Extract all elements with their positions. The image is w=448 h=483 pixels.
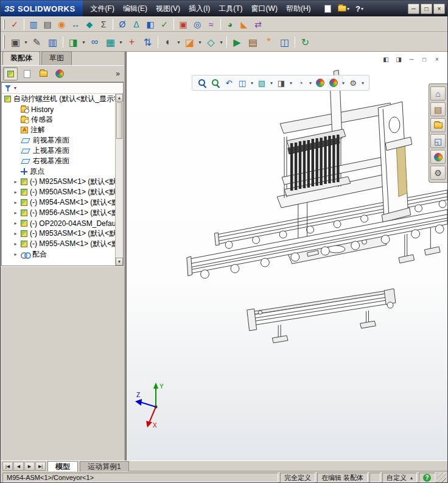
design-library-button[interactable]: ▤ <box>430 102 446 116</box>
edit-appearance-button[interactable] <box>314 77 326 89</box>
expand-arrow-icon[interactable]: ▸ <box>13 231 18 236</box>
expand-arrow-icon[interactable]: ▸ <box>13 179 18 185</box>
display-style-dropdown-icon[interactable]: ▾ <box>289 80 293 86</box>
tree-item-component[interactable]: ▸ (-) M954-ASM<1> (默认<默认_ <box>2 197 115 208</box>
linear-pattern-dropdown-icon[interactable]: ▾ <box>118 40 124 45</box>
section-view-dropdown-icon[interactable]: ▾ <box>250 80 254 86</box>
sketch-icon[interactable]: ✎ <box>29 34 44 50</box>
menu-edit[interactable]: 编辑(E) <box>119 1 152 16</box>
note-icon[interactable]: ▤ <box>41 18 54 31</box>
model-3d-view[interactable] <box>127 52 447 460</box>
smart-dimension-icon[interactable]: ↔ <box>69 18 82 31</box>
view-palette-button[interactable]: ◱ <box>430 134 446 148</box>
motion-study-icon[interactable]: ▶ <box>229 34 245 50</box>
insert-component-dropdown-icon[interactable]: ▾ <box>81 40 86 45</box>
deviation-analysis-icon[interactable]: ≈ <box>205 18 218 31</box>
doc-minimize-icon[interactable]: ─ <box>407 55 416 63</box>
move-component-icon[interactable]: ⇅ <box>140 34 155 50</box>
rebuild-icon[interactable]: ↻ <box>298 34 313 50</box>
view-orientation-dropdown-icon[interactable]: ▾ <box>269 80 274 86</box>
spellcheck-icon[interactable]: ✓ <box>8 18 21 31</box>
view-settings-dropdown-icon[interactable]: ▾ <box>360 80 365 86</box>
tab-sketch[interactable]: 草图 <box>41 51 72 65</box>
tree-item-history[interactable]: History <box>2 104 115 115</box>
exploded-view-icon[interactable]: * <box>261 34 276 50</box>
tab-scroll-prev-button[interactable]: ◀ <box>13 462 24 471</box>
smart-fasteners-icon[interactable]: + <box>124 34 139 50</box>
assembly-features-dropdown-icon[interactable]: ▾ <box>197 40 203 45</box>
insert-component-icon[interactable]: ◨ <box>66 34 81 50</box>
tree-item-right-plane[interactable]: 右视基准面 <box>2 156 115 166</box>
section-view-button[interactable]: ◫ <box>236 77 248 89</box>
apply-scene-button[interactable] <box>327 77 340 89</box>
tab-scroll-last-button[interactable]: ▶| <box>35 462 46 471</box>
curvature-icon[interactable]: ◕ <box>223 18 237 31</box>
help-dropdown-icon[interactable]: ▾ <box>361 6 363 12</box>
filter-dropdown-icon[interactable]: ▾ <box>14 85 16 91</box>
tree-item-component[interactable]: ▸ (-) M925ASM<1> (默认<默认_显 <box>2 177 115 187</box>
open-dropdown-icon[interactable]: ▾ <box>347 6 349 12</box>
tree-item-mates[interactable]: ▸ 配合 <box>2 249 115 259</box>
view-orientation-button[interactable]: ▧ <box>256 77 268 89</box>
help-button[interactable]: ?▾ <box>353 2 366 15</box>
expand-arrow-icon[interactable]: ▸ <box>13 252 18 257</box>
tree-item-sensors[interactable]: 传感器 <box>2 115 115 125</box>
menu-insert[interactable]: 插入(I) <box>184 1 214 16</box>
expand-arrow-icon[interactable]: ▸ <box>13 189 18 195</box>
toolbar-grip[interactable] <box>3 19 5 29</box>
appearances-scenes-button[interactable] <box>430 150 446 164</box>
hide-show-dropdown-icon[interactable]: ▾ <box>308 80 313 86</box>
menu-view[interactable]: 视图(V) <box>152 1 184 16</box>
tree-item-component[interactable]: ▸ (-) M956-ASM<1> (默认<默认_ <box>2 208 115 218</box>
menu-file[interactable]: 文件(F) <box>86 1 119 16</box>
tab-motion-study-1[interactable]: 运动算例1 <box>80 461 129 471</box>
tab-scroll-next-button[interactable]: ▶ <box>24 462 35 471</box>
maximize-button[interactable]: □ <box>421 4 432 14</box>
format-painter-icon[interactable]: ▥ <box>27 18 40 31</box>
tree-item-front-plane[interactable]: 前视基准面 <box>2 135 115 146</box>
linear-pattern-icon[interactable]: ▦ <box>103 34 118 50</box>
tree-root[interactable]: 自动拧螺丝机 (默认<默认_显示状 <box>2 94 115 104</box>
display-columns-icon[interactable]: ▥ <box>45 34 60 50</box>
scroll-track[interactable] <box>116 139 123 258</box>
balloon-icon[interactable]: ◉ <box>55 18 68 31</box>
tree-item-component[interactable]: ▸ (-) M953ASM<1> (默认<默认_显 <box>2 228 115 239</box>
doc-close-icon[interactable]: × <box>433 55 441 63</box>
zoom-to-area-button[interactable] <box>209 77 222 89</box>
assembly-features-icon[interactable]: ◪ <box>182 34 197 50</box>
model-items-icon[interactable]: ◆ <box>83 18 96 31</box>
screen-capture-icon[interactable]: ▣ <box>8 34 23 50</box>
view-settings-button[interactable]: ⚙ <box>347 77 359 89</box>
menu-window[interactable]: 窗口(W) <box>247 1 282 16</box>
reference-geometry-dropdown-icon[interactable]: ▾ <box>219 40 224 45</box>
show-hidden-dropdown-icon[interactable]: ▾ <box>176 40 181 45</box>
section-properties-icon[interactable]: ◧ <box>144 18 157 31</box>
expand-arrow-icon[interactable]: ▸ <box>13 241 18 247</box>
status-custom-dropdown[interactable]: 自定义▴ <box>382 473 417 482</box>
featuremanager-tree-tab[interactable] <box>3 67 18 80</box>
displaymanager-tab[interactable] <box>52 67 67 80</box>
scroll-down-icon[interactable]: ▼ <box>116 258 123 266</box>
propertymanager-tab[interactable] <box>19 67 34 80</box>
scroll-thumb[interactable] <box>116 102 122 139</box>
expand-arrow-icon[interactable]: ▸ <box>13 200 18 205</box>
draft-analysis-icon[interactable]: ◣ <box>237 18 251 31</box>
measure-icon[interactable]: Ø <box>116 18 129 31</box>
display-style-button[interactable]: ◨ <box>275 77 287 89</box>
tree-item-annotations[interactable]: 注解 <box>2 125 115 135</box>
mate-icon[interactable]: ∞ <box>87 34 102 50</box>
previous-view-button[interactable]: ↶ <box>223 77 235 89</box>
dock-right-icon[interactable]: ◨ <box>394 55 403 63</box>
custom-properties-button[interactable]: ⚙ <box>430 166 446 180</box>
tree-item-component[interactable]: ▸ (-) M955-ASM<1> (默认<默认_ <box>2 239 115 249</box>
reference-geometry-icon[interactable]: ◇ <box>203 34 219 50</box>
dock-left-icon[interactable]: ◧ <box>382 55 390 63</box>
tree-item-component[interactable]: ▸ (-) M950ASM<1> (默认<默认_显 <box>2 187 115 197</box>
solidworks-resources-button[interactable]: ⌂ <box>430 86 446 100</box>
menu-tools[interactable]: 工具(T) <box>214 1 247 16</box>
show-hidden-components-icon[interactable]: ◐ <box>161 34 176 50</box>
resize-grip[interactable] <box>437 473 446 482</box>
filter-funnel-icon[interactable] <box>4 85 12 92</box>
bill-of-materials-icon[interactable]: ▤ <box>245 34 261 50</box>
close-button[interactable]: × <box>433 4 445 14</box>
